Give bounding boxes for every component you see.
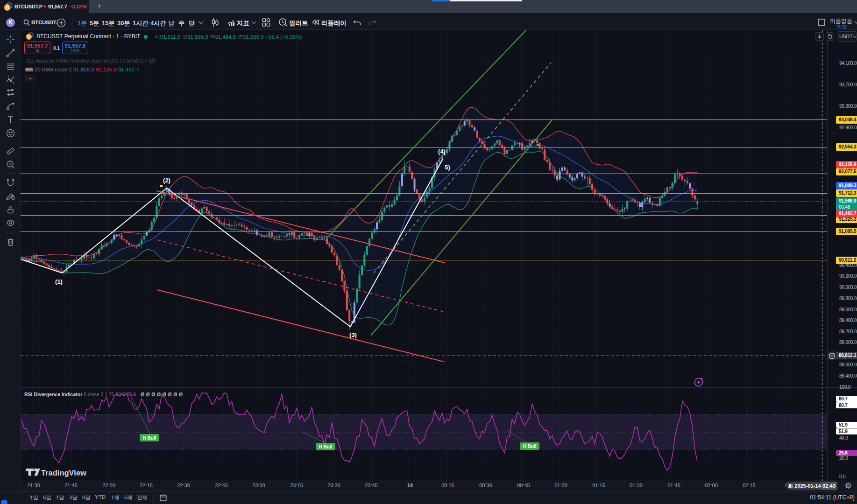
svg-text:1: 1 (7, 75, 9, 77)
svg-text:(4): (4) (438, 148, 446, 155)
svg-text:(2): (2) (163, 177, 170, 184)
svg-text:(3): (3) (349, 331, 357, 338)
svg-text:H Bull: H Bull (319, 444, 333, 449)
svg-text:5): 5) (445, 164, 450, 171)
svg-text:TradingView: TradingView (41, 469, 86, 477)
svg-text:H Bull: H Bull (143, 435, 156, 441)
svg-text:₿: ₿ (5, 5, 9, 10)
svg-text:(1): (1) (55, 278, 63, 285)
svg-text:5: 5 (13, 81, 14, 84)
svg-text:H Bull: H Bull (523, 444, 537, 449)
svg-text:₿: ₿ (27, 35, 31, 39)
